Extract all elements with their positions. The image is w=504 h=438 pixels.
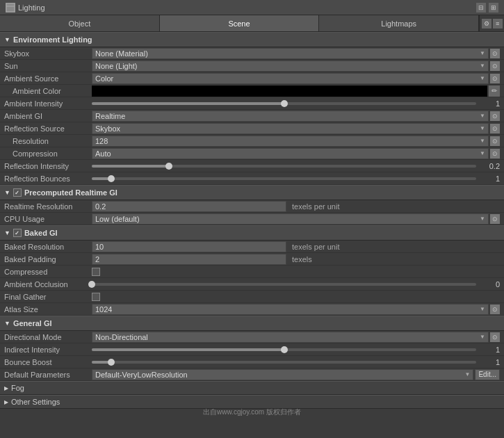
dropdown-atlas-size[interactable]: 1024 ▼ [92,304,489,315]
label-ambient-color: Ambient Color [4,87,92,95]
minimize-button[interactable]: ⊟ [476,3,486,13]
row-skybox: Skybox None (Material) ▼ ⊙ [0,47,504,60]
menu-icon[interactable]: ≡ [493,19,503,29]
env-lighting-arrow: ▼ [4,36,10,43]
dropdown-default-parameters[interactable]: Default-VeryLowResolution ▼ [92,369,473,380]
tab-lightmaps[interactable]: Lightmaps [319,15,479,31]
label-reflection-source: Reflection Source [4,124,92,133]
ambient-intensity-track[interactable] [92,102,476,105]
dropdown-arrow: ▼ [480,138,485,144]
section-other-settings[interactable]: ▶ Other Settings [0,395,504,409]
realtime-resolution-suffix: texels per unit [292,202,339,211]
row-baked-padding: Baked Padding texels [0,253,504,266]
section-precomputed-gi[interactable]: ▼ ✓ Precomputed Realtime GI [0,185,504,200]
row-resolution: Resolution 128 ▼ ⊙ [0,135,504,147]
value-bounce-boost: 1 [92,358,500,366]
section-general-gi[interactable]: ▼ General GI [0,316,504,331]
reflection-intensity-track[interactable] [92,165,476,168]
row-compressed: Compressed [0,266,504,278]
dropdown-resolution[interactable]: 128 ▼ [92,136,489,147]
resolution-icon[interactable]: ⊙ [490,136,500,146]
label-ambient-source: Ambient Source [4,74,92,83]
precomputed-gi-checkbox[interactable]: ✓ [13,188,22,197]
input-baked-resolution[interactable] [92,241,286,252]
dropdown-ambient-gi[interactable]: Realtime ▼ [92,111,489,122]
reflection-bounces-track[interactable] [92,177,476,180]
value-ambient-source: Color ▼ ⊙ [92,73,500,84]
ambient-occlusion-track[interactable] [92,283,476,286]
section-baked-gi[interactable]: ▼ ✓ Baked GI [0,225,504,241]
row-directional-mode: Directional Mode Non-Directional ▼ ⊙ [0,331,504,343]
svg-rect-0 [6,3,15,12]
value-compression: Auto ▼ ⊙ [92,148,500,159]
ambient-color-swatch[interactable] [92,86,487,97]
sun-settings-icon[interactable]: ⊙ [490,61,500,71]
value-ambient-occlusion: 0 [92,280,500,289]
directional-mode-icon[interactable]: ⊙ [490,332,500,342]
section-environment-lighting[interactable]: ▼ Environment Lighting [0,32,504,47]
ambient-gi-icon[interactable]: ⊙ [490,111,500,121]
maximize-button[interactable]: ⊞ [489,3,498,13]
tab-scene[interactable]: Scene [160,15,320,31]
dropdown-arrow: ▼ [480,113,485,119]
dropdown-compression[interactable]: Auto ▼ [92,148,489,159]
baked-gi-checkbox[interactable]: ✓ [13,229,22,237]
fog-label: Fog [11,384,24,392]
input-realtime-resolution[interactable] [92,201,286,212]
section-fog[interactable]: ▶ Fog [0,381,504,395]
row-ambient-occlusion: Ambient Occlusion 0 [0,278,504,291]
value-ambient-color: ✏ [92,86,500,97]
ambient-source-icon[interactable]: ⊙ [490,74,500,83]
dropdown-arrow: ▼ [480,75,485,81]
dropdown-arrow: ▼ [480,125,485,131]
other-settings-arrow: ▶ [4,399,8,405]
window-icon [6,3,15,13]
dropdown-sun[interactable]: None (Light) ▼ [92,60,489,72]
row-sun: Sun None (Light) ▼ ⊙ [0,60,504,72]
compression-icon[interactable]: ⊙ [490,149,500,159]
dropdown-cpu-usage[interactable]: Low (default) ▼ [92,213,489,225]
settings-icon[interactable]: ⚙ [482,19,491,29]
value-default-parameters: Default-VeryLowResolution ▼ Edit... [92,369,500,380]
dropdown-skybox[interactable]: None (Material) ▼ [92,48,489,59]
indirect-intensity-track[interactable] [92,348,476,351]
final-gather-checkbox[interactable] [92,293,100,301]
value-final-gather [92,293,500,301]
dropdown-arrow: ▼ [480,150,485,156]
label-skybox: Skybox [4,49,92,58]
row-reflection-bounces: Reflection Bounces 1 [0,172,504,185]
main-content: ▼ Environment Lighting Skybox None (Mate… [0,32,504,438]
dropdown-arrow: ▼ [480,334,485,340]
value-realtime-resolution: texels per unit [92,201,500,212]
row-ambient-gi: Ambient GI Realtime ▼ ⊙ [0,110,504,122]
label-bounce-boost: Bounce Boost [4,358,92,366]
value-sun: None (Light) ▼ ⊙ [92,60,500,72]
compressed-checkbox[interactable] [92,268,100,276]
skybox-settings-icon[interactable]: ⊙ [490,49,500,58]
bounce-boost-track[interactable] [92,361,476,364]
value-baked-padding: texels [92,254,500,265]
input-baked-padding[interactable] [92,254,286,265]
window-title: Lighting [18,3,45,12]
label-baked-padding: Baked Padding [4,255,92,263]
dropdown-directional-mode[interactable]: Non-Directional ▼ [92,332,489,343]
ambient-occlusion-value: 0 [479,280,500,289]
value-baked-resolution: texels per unit [92,241,500,252]
row-compression: Compression Auto ▼ ⊙ [0,147,504,160]
other-settings-label: Other Settings [11,398,60,406]
row-final-gather: Final Gather [0,291,504,303]
reflection-source-icon[interactable]: ⊙ [490,124,500,133]
cpu-usage-icon[interactable]: ⊙ [490,214,500,224]
dropdown-ambient-source[interactable]: Color ▼ [92,73,489,84]
atlas-size-icon[interactable]: ⊙ [490,305,500,314]
label-ambient-occlusion: Ambient Occlusion [4,280,92,289]
dropdown-arrow: ▼ [480,50,485,56]
pencil-icon[interactable]: ✏ [489,86,500,97]
label-cpu-usage: CPU Usage [4,215,92,223]
tab-object[interactable]: Object [0,15,160,31]
dropdown-reflection-source[interactable]: Skybox ▼ [92,123,489,134]
edit-button[interactable]: Edit... [475,369,500,380]
value-compressed [92,268,500,276]
label-ambient-gi: Ambient GI [4,112,92,120]
label-compression: Compression [4,149,92,158]
